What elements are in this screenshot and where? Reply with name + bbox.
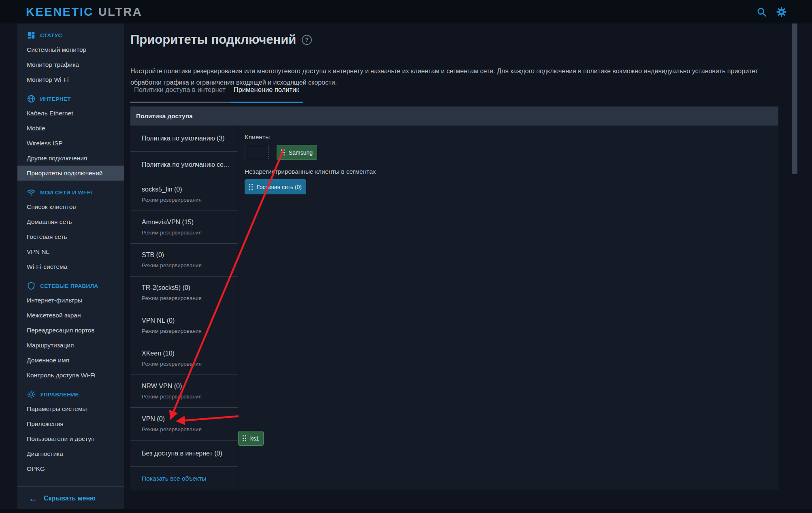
- sidebar-section-label: СЕТЕВЫЕ ПРАВИЛА: [40, 283, 98, 289]
- unregistered-clients-label: Незарегистрированные клиенты в сегментах: [245, 168, 778, 175]
- policy-name: socks5_fin (0): [142, 186, 233, 193]
- sidebar-item[interactable]: Контроль доступа Wi-Fi: [17, 368, 124, 383]
- hide-menu-label: Скрывать меню: [44, 495, 96, 502]
- policy-mode: Режим резервирования: [142, 295, 233, 301]
- policy-name: VPN (0): [142, 415, 233, 423]
- sidebar-nav: СТАТУС Системный мониторМонитор трафикаМ…: [17, 28, 124, 476]
- sidebar-section: МОИ СЕТИ И WI-FI Список клиентовДомашняя…: [17, 185, 124, 274]
- back-arrow-icon: ←: [28, 494, 38, 503]
- page-title: Приоритеты подключений ?: [130, 32, 312, 47]
- chip-label: ks1: [250, 435, 259, 442]
- client-chip[interactable]: Гостевая сеть (0): [245, 179, 306, 194]
- policy-mode: Режим резервирования: [142, 394, 233, 400]
- sidebar-item[interactable]: Домашняя сеть: [17, 214, 124, 229]
- chip-label: Гостевая сеть (0): [257, 184, 302, 190]
- sidebar-item-active[interactable]: Приоритеты подключений: [17, 166, 124, 181]
- show-all-objects-link[interactable]: Показать все объекты: [130, 467, 238, 490]
- policy-row[interactable]: TR-2(socks5) (0) Режим резервирования: [130, 277, 238, 309]
- sidebar-item[interactable]: Системный монитор: [17, 42, 124, 57]
- app-logo: KEENETICULTRA: [26, 5, 142, 19]
- policy-row[interactable]: Без доступа в интернет (0): [130, 441, 238, 467]
- sidebar-section: УПРАВЛЕНИЕ Параметры системыПриложенияПо…: [17, 387, 124, 476]
- panel-header: Политика доступа: [130, 106, 778, 126]
- sidebar-section-header: СТАТУС: [17, 28, 124, 42]
- policy-row[interactable]: Политика по умолчанию се…(12): [130, 152, 238, 178]
- gear-icon[interactable]: [776, 6, 787, 17]
- wifi-icon: [27, 188, 36, 197]
- sidebar-item[interactable]: Приложения: [17, 416, 124, 431]
- client-drop-placeholder[interactable]: [245, 146, 269, 159]
- sidebar-item[interactable]: VPN NL: [17, 244, 124, 259]
- policy-row[interactable]: XKeen (10) Режим резервирования: [130, 342, 238, 375]
- gear-outline-icon: [27, 390, 36, 399]
- sidebar-section-header: СЕТЕВЫЕ ПРАВИЛА: [17, 279, 124, 293]
- policy-name: Политика по умолчанию (3): [142, 135, 233, 142]
- sidebar-item[interactable]: Mobile: [17, 121, 124, 136]
- policy-name: AmneziaVPN (15): [142, 219, 233, 226]
- sidebar-item[interactable]: Список клиентов: [17, 199, 124, 214]
- policy-mode: Режим резервирования: [142, 262, 233, 268]
- sidebar-section-header: УПРАВЛЕНИЕ: [17, 387, 124, 401]
- sidebar-item[interactable]: Гостевая сеть: [17, 229, 124, 244]
- chip-label: Samsung: [289, 149, 313, 156]
- sidebar-section-label: СТАТУС: [40, 32, 62, 38]
- policy-row[interactable]: STB (0) Режим резервирования: [130, 244, 238, 277]
- sidebar-item[interactable]: OPKG: [17, 461, 124, 476]
- drag-handle-icon[interactable]: [249, 184, 253, 190]
- policy-panel: Политика доступа Политика по умолчанию (…: [130, 106, 778, 490]
- client-chip[interactable]: Samsung: [277, 145, 317, 160]
- clients-label: Клиенты: [245, 134, 778, 141]
- sidebar-item[interactable]: Другие подключения: [17, 151, 124, 166]
- search-icon[interactable]: [756, 6, 767, 17]
- policy-row[interactable]: NRW VPN (0) Режим резервирования: [130, 375, 238, 408]
- sidebar-item[interactable]: Wireless ISP: [17, 136, 124, 151]
- sidebar-section: СТАТУС Системный мониторМонитор трафикаМ…: [17, 28, 124, 87]
- policy-name: VPN NL (0): [142, 317, 233, 324]
- drag-handle-icon[interactable]: [281, 149, 285, 155]
- policy-row[interactable]: VPN NL (0) Режим резервирования: [130, 309, 238, 342]
- policy-name: Политика по умолчанию се…(12): [142, 161, 233, 168]
- tab-bar: Политики доступа в интернетПрименение по…: [130, 83, 303, 103]
- sidebar-item[interactable]: Доменное имя: [17, 353, 124, 368]
- sidebar-item[interactable]: Wi-Fi-система: [17, 259, 124, 274]
- sidebar-item[interactable]: Кабель Ethernet: [17, 106, 124, 121]
- sidebar-item[interactable]: Пользователи и доступ: [17, 431, 124, 446]
- policy-row[interactable]: Политика по умолчанию (3): [130, 126, 238, 152]
- logo-text-primary: KEENETIC: [26, 5, 94, 18]
- client-chip[interactable]: ks1: [238, 431, 264, 446]
- globe-icon: [27, 94, 36, 103]
- sidebar-item[interactable]: Монитор трафика: [17, 57, 124, 72]
- help-icon[interactable]: ?: [302, 35, 312, 45]
- sidebar-section-header: ИНТЕРНЕТ: [17, 92, 124, 106]
- topbar-actions: [756, 0, 787, 23]
- sidebar-section-label: УПРАВЛЕНИЕ: [40, 392, 79, 398]
- sidebar-item[interactable]: Монитор Wi-Fi: [17, 72, 124, 87]
- policy-mode: Режим резервирования: [142, 328, 233, 334]
- scrollbar[interactable]: [792, 23, 797, 174]
- sidebar-item[interactable]: Межсетевой экран: [17, 308, 124, 323]
- tab-active[interactable]: Применение политик: [230, 83, 303, 103]
- sidebar-item[interactable]: Интернет-фильтры: [17, 293, 124, 308]
- sidebar-item[interactable]: Маршрутизация: [17, 338, 124, 353]
- drag-handle-icon[interactable]: [243, 435, 246, 441]
- page-title-text: Приоритеты подключений: [130, 32, 296, 47]
- sidebar-item[interactable]: Диагностика: [17, 446, 124, 461]
- sidebar-section: СЕТЕВЫЕ ПРАВИЛА Интернет-фильтрыМежсетев…: [17, 279, 124, 383]
- shield-icon: [27, 281, 36, 290]
- sidebar: СТАТУС Системный мониторМонитор трафикаМ…: [17, 23, 124, 510]
- tab[interactable]: Политики доступа в интернет: [130, 83, 230, 103]
- policy-name: STB (0): [142, 251, 233, 259]
- policy-row[interactable]: AmneziaVPN (15) Режим резервирования: [130, 211, 238, 244]
- policy-row[interactable]: VPN (0) Режим резервирования: [130, 408, 238, 441]
- policy-row[interactable]: socks5_fin (0) Режим резервирования: [130, 178, 238, 211]
- sidebar-section-label: ИНТЕРНЕТ: [40, 96, 71, 102]
- policy-mode: Режим резервирования: [142, 230, 233, 236]
- clients-area: Клиенты Samsung Незарегистрированные кли…: [238, 126, 778, 490]
- hide-menu-button[interactable]: ← Скрывать меню: [17, 486, 124, 510]
- sidebar-section: ИНТЕРНЕТ Кабель EthernetMobileWireless I…: [17, 92, 124, 181]
- sidebar-item[interactable]: Переадресация портов: [17, 323, 124, 338]
- policy-mode: Режим резервирования: [142, 361, 233, 367]
- dashboard-icon: [27, 31, 36, 40]
- logo-text-secondary: ULTRA: [98, 5, 143, 18]
- sidebar-item[interactable]: Параметры системы: [17, 401, 124, 416]
